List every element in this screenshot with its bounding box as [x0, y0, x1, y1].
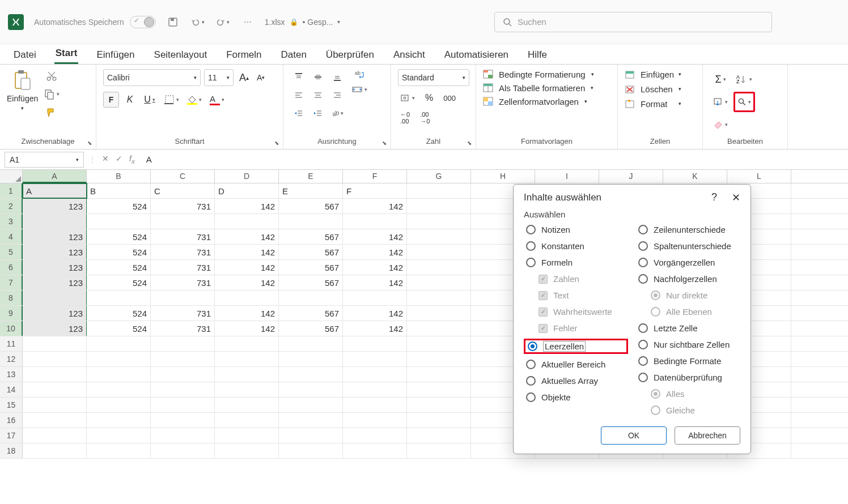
cell-G17[interactable]	[407, 428, 471, 443]
cell-F12[interactable]	[343, 352, 407, 366]
cell-C17[interactable]	[151, 428, 215, 443]
cell-B4[interactable]: 524	[87, 229, 151, 244]
number-format-select[interactable]: Standard▾	[398, 69, 469, 86]
number-launcher[interactable]: ⬊	[465, 139, 473, 147]
cell-D17[interactable]	[215, 428, 279, 443]
cell-C1[interactable]: C	[151, 183, 215, 198]
cell-G18[interactable]	[407, 443, 471, 458]
cell-C9[interactable]: 731	[151, 306, 215, 321]
cell-G7[interactable]	[407, 275, 471, 290]
cell-G15[interactable]	[407, 398, 471, 412]
cell-E7[interactable]: 567	[279, 275, 343, 290]
option-datenueber[interactable]: Datenüberprüfung	[636, 371, 740, 383]
cell-D5[interactable]: 142	[215, 245, 279, 259]
cancel-button[interactable]: Abbrechen	[675, 426, 740, 445]
cell-D18[interactable]	[215, 443, 279, 458]
cell-C6[interactable]: 731	[151, 260, 215, 275]
cell-C10[interactable]: 731	[151, 321, 215, 336]
col-header-B[interactable]: B	[87, 170, 151, 183]
cell-F1[interactable]: F	[343, 183, 407, 198]
align-top[interactable]	[290, 69, 307, 85]
delete-cells-button[interactable]: Löschen▾	[625, 84, 681, 94]
row-header-3[interactable]: 3	[0, 214, 23, 229]
bold-button[interactable]: F	[103, 92, 119, 108]
row-header-12[interactable]: 12	[0, 352, 23, 366]
cell-A17[interactable]	[23, 428, 87, 443]
cell-A1[interactable]: A	[23, 183, 87, 198]
col-header-D[interactable]: D	[215, 170, 279, 183]
cell-E16[interactable]	[279, 413, 343, 428]
select-all-corner[interactable]	[0, 170, 23, 183]
cond-format-button[interactable]: Bedingte Formatierung▾	[483, 69, 594, 79]
cell-E11[interactable]	[279, 336, 343, 351]
cell-A13[interactable]	[23, 367, 87, 382]
cell-A6[interactable]: 123	[23, 260, 87, 275]
option-nachfolger[interactable]: Nachfolgerzellen	[636, 273, 740, 285]
cell-G1[interactable]	[407, 183, 471, 198]
option-konstanten[interactable]: Konstanten	[524, 240, 628, 252]
col-header-C[interactable]: C	[151, 170, 215, 183]
align-right[interactable]	[329, 87, 346, 103]
align-left[interactable]	[290, 87, 307, 103]
cell-E14[interactable]	[279, 382, 343, 397]
tab-überprüfen[interactable]: Überprüfen	[325, 46, 375, 64]
cell-C7[interactable]: 731	[151, 275, 215, 290]
cell-C16[interactable]	[151, 413, 215, 428]
row-header-14[interactable]: 14	[0, 382, 23, 397]
option-leer[interactable]: Leerzellen	[524, 339, 628, 354]
fx-button[interactable]: fx	[129, 154, 135, 165]
tab-seitenlayout[interactable]: Seitenlayout	[153, 46, 209, 64]
cell-E10[interactable]: 567	[279, 321, 343, 336]
cell-D4[interactable]: 142	[215, 229, 279, 244]
cell-styles-button[interactable]: Zellenformatvorlagen▾	[483, 96, 594, 106]
cell-E4[interactable]: 567	[279, 229, 343, 244]
option-bedingte[interactable]: Bedingte Formate	[636, 355, 740, 367]
font-launcher[interactable]: ⬊	[273, 139, 281, 147]
autosave-toggle[interactable]	[130, 16, 156, 28]
cell-A3[interactable]	[23, 214, 87, 229]
cell-A16[interactable]	[23, 413, 87, 428]
tab-daten[interactable]: Daten	[279, 46, 307, 64]
formula-input[interactable]: A	[141, 155, 848, 164]
cell-C4[interactable]: 731	[151, 229, 215, 244]
cell-A8[interactable]	[23, 291, 87, 305]
tab-datei[interactable]: Datei	[12, 46, 37, 64]
merge-button[interactable]	[349, 84, 370, 95]
cancel-formula[interactable]: ✕	[102, 154, 109, 165]
cell-B13[interactable]	[87, 367, 151, 382]
cell-G2[interactable]	[407, 199, 471, 213]
cell-G5[interactable]	[407, 245, 471, 259]
format-cells-button[interactable]: Format▾	[625, 99, 681, 109]
cell-F3[interactable]	[343, 214, 407, 229]
cell-G8[interactable]	[407, 291, 471, 305]
option-sichtbar[interactable]: Nur sichtbare Zellen	[636, 339, 740, 351]
copy-button[interactable]	[41, 87, 62, 101]
format-painter-button[interactable]	[41, 105, 62, 119]
row-header-2[interactable]: 2	[0, 199, 23, 213]
clipboard-launcher[interactable]: ⬊	[86, 139, 94, 147]
tab-hilfe[interactable]: Hilfe	[527, 46, 548, 64]
option-objekte[interactable]: Objekte	[524, 391, 628, 403]
cell-E17[interactable]	[279, 428, 343, 443]
col-header-I[interactable]: I	[535, 170, 599, 183]
increase-decimal[interactable]: ←0.00	[398, 110, 412, 126]
cell-B11[interactable]	[87, 336, 151, 351]
cell-E12[interactable]	[279, 352, 343, 366]
sort-filter-button[interactable]: AZ	[733, 69, 755, 89]
cell-B6[interactable]: 524	[87, 260, 151, 275]
cell-F18[interactable]	[343, 443, 407, 458]
cell-F13[interactable]	[343, 367, 407, 382]
help-button[interactable]: ?	[711, 191, 717, 204]
tab-ansicht[interactable]: Ansicht	[392, 46, 426, 64]
cell-A18[interactable]	[23, 443, 87, 458]
row-header-13[interactable]: 13	[0, 367, 23, 382]
redo-button[interactable]	[216, 15, 230, 29]
cell-B17[interactable]	[87, 428, 151, 443]
autosum-button[interactable]: Σ	[710, 69, 731, 89]
fill-color-button[interactable]	[185, 94, 204, 106]
cell-D14[interactable]	[215, 382, 279, 397]
row-header-11[interactable]: 11	[0, 336, 23, 351]
option-aktarray[interactable]: Aktuelles Array	[524, 375, 628, 387]
option-zeilenunt[interactable]: Zeilenunterschiede	[636, 224, 740, 236]
name-box[interactable]: A1▾	[5, 152, 84, 168]
